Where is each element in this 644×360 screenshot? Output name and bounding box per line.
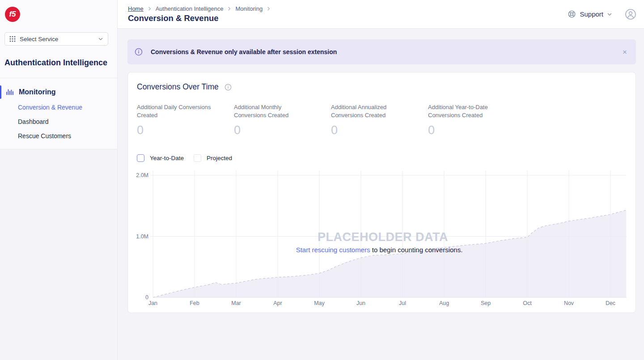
card-header: Conversions Over Time [137,82,627,92]
chart-cta-text: to begin counting conversions. [370,246,463,254]
stat-value: 0 [428,123,525,137]
sidebar-app-title: Authentication Intelligence [4,57,113,68]
stat-value: 0 [137,123,234,137]
svg-text:Aug: Aug [439,300,449,306]
header-right: Support [568,8,636,20]
placeholder-watermark: PLACEHOLDER DATA [318,230,448,244]
svg-text:Dec: Dec [606,300,615,306]
sidebar-nav: Monitoring Conversion & Revenue Dashboar… [0,78,117,143]
start-rescuing-customers-link[interactable]: Start rescuing customers [296,246,370,254]
sidebar-item-dashboard[interactable]: Dashboard [0,114,117,129]
info-icon [135,48,143,56]
sidebar-lower-area [0,149,117,360]
conversions-chart: JanFebMarAprMayJunJulAugSepOctNovDec01.0… [128,169,627,308]
f5-logo-text: f5 [9,10,16,19]
breadcrumb-monitoring[interactable]: Monitoring [235,5,263,12]
info-banner: Conversions & Revenue only available aft… [127,39,636,64]
svg-text:May: May [314,300,325,306]
top-header: Home Authentication Intelligence Monitor… [118,0,644,29]
support-menu-button[interactable]: Support [568,10,612,18]
svg-text:Jan: Jan [148,300,157,306]
grid-icon [9,36,16,42]
stat-label: Additional Monthly Conversions Created [234,103,311,119]
user-avatar-button[interactable] [625,8,636,20]
active-section-indicator [0,85,1,99]
chevron-down-icon [98,36,103,42]
bar-chart-icon [5,88,14,97]
card-title: Conversions Over Time [137,82,219,92]
svg-text:Jul: Jul [399,300,406,306]
app-root: f5 Select Service Authentication Intelli… [0,0,644,360]
select-service-label: Select Service [20,36,58,42]
chevron-right-icon [227,6,232,11]
f5-logo: f5 [5,7,20,22]
stat-daily-conversions: Additional Daily Conversions Created 0 [137,103,234,137]
sidebar-section-monitoring[interactable]: Monitoring [0,84,117,100]
svg-text:Nov: Nov [564,300,574,306]
projected-filter: Projected [194,154,232,162]
conversions-over-time-card: Conversions Over Time Additional Daily C… [127,72,636,313]
select-service-dropdown[interactable]: Select Service [4,32,108,46]
info-icon[interactable] [225,84,232,91]
projected-checkbox[interactable] [194,154,201,162]
page-content: Conversions & Revenue only available aft… [118,29,644,313]
sidebar-section-label: Monitoring [19,88,56,96]
stat-label: Additional Year-to-Date Conversions Crea… [428,103,505,119]
breadcrumb-authentication-intelligence[interactable]: Authentication Intelligence [156,5,224,12]
banner-text: Conversions & Revenue only available aft… [151,48,337,55]
svg-text:Jun: Jun [356,300,365,306]
user-avatar-icon [625,8,636,20]
stat-monthly-conversions: Additional Monthly Conversions Created 0 [234,103,331,137]
sidebar-item-rescue-customers[interactable]: Rescue Customers [0,129,117,143]
year-to-date-label: Year-to-Date [150,155,184,161]
sidebar-item-conversion-revenue[interactable]: Conversion & Revenue [0,100,117,114]
sidebar: f5 Select Service Authentication Intelli… [0,0,118,360]
projected-label: Projected [207,155,232,161]
stat-label: Additional Daily Conversions Created [137,103,214,119]
svg-text:Oct: Oct [523,300,532,306]
stats-row: Additional Daily Conversions Created 0 A… [137,103,627,137]
svg-text:Apr: Apr [273,300,282,306]
year-to-date-filter: Year-to-Date [137,154,184,162]
svg-text:0: 0 [145,294,148,301]
chevron-down-icon [607,12,612,17]
stat-value: 0 [331,123,428,137]
stat-value: 0 [234,123,331,137]
lifebuoy-icon [568,10,576,18]
main-area: Home Authentication Intelligence Monitor… [118,0,644,360]
stat-annualized-conversions: Additional Annualized Conversions Create… [331,103,428,137]
breadcrumb: Home Authentication Intelligence Monitor… [128,5,271,12]
header-left: Home Authentication Intelligence Monitor… [128,5,271,23]
svg-text:Feb: Feb [190,300,199,306]
chevron-right-icon [266,6,271,11]
chart-filters: Year-to-Date Projected [137,154,627,162]
stat-label: Additional Annualized Conversions Create… [331,103,408,119]
stat-ytd-conversions: Additional Year-to-Date Conversions Crea… [428,103,525,137]
close-icon[interactable]: × [621,47,629,58]
svg-text:1.0M: 1.0M [136,233,148,240]
chevron-right-icon [147,6,152,11]
page-title: Conversion & Revenue [128,13,271,23]
support-label: Support [580,10,603,18]
svg-text:Sep: Sep [481,300,491,306]
year-to-date-checkbox[interactable] [137,154,144,162]
svg-text:2.0M: 2.0M [136,172,148,178]
chart-cta: Start rescuing customers to begin counti… [296,246,463,254]
breadcrumb-home[interactable]: Home [128,5,144,12]
svg-text:Mar: Mar [231,300,241,306]
